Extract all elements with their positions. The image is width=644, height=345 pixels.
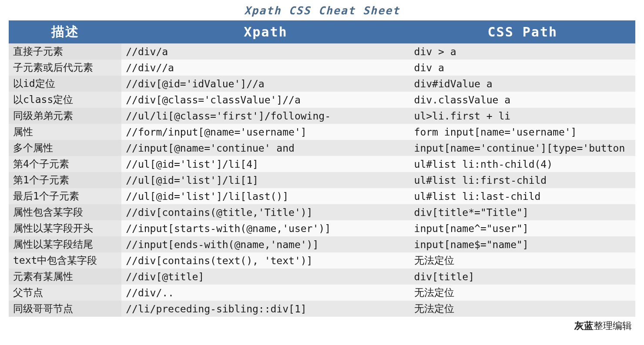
page-title: Xpath CSS Cheat Sheet bbox=[9, 4, 635, 17]
cell-xpath: //input[starts-with(@name,'user')] bbox=[121, 220, 409, 236]
cell-xpath: //div[@title] bbox=[121, 269, 409, 285]
cell-css: ul#list li:nth-child(4) bbox=[410, 156, 635, 172]
cell-xpath: //div[contains(@title,'Title')] bbox=[121, 204, 409, 220]
cell-desc: 以class定位 bbox=[9, 92, 121, 108]
cell-css: div#idValue a bbox=[410, 76, 635, 92]
table-row: 属性//form/input[@name='username']form inp… bbox=[9, 124, 635, 140]
cell-desc: 直接子元素 bbox=[9, 43, 121, 60]
cell-css: input[name^="user"] bbox=[410, 220, 635, 236]
cell-css: div a bbox=[410, 60, 635, 76]
cell-css: div[title*="Title"] bbox=[410, 204, 635, 220]
cell-desc: 以id定位 bbox=[9, 76, 121, 92]
cell-desc: 属性 bbox=[9, 124, 121, 140]
cell-desc: 属性以某字段结尾 bbox=[9, 236, 121, 252]
cell-desc: 第1个子元素 bbox=[9, 172, 121, 188]
cell-css: form input[name='username'] bbox=[410, 124, 635, 140]
cell-css: div.classValue a bbox=[410, 92, 635, 108]
cell-desc: 属性以某字段开头 bbox=[9, 220, 121, 236]
table-row: 最后1个子元素//ul[@id='list']/li[last()]ul#lis… bbox=[9, 188, 635, 204]
cell-css: 无法定位 bbox=[410, 301, 635, 317]
cell-xpath: //input[ends-with(@name,'name')] bbox=[121, 236, 409, 252]
header-xpath: Xpath bbox=[121, 20, 409, 43]
cell-desc: 多个属性 bbox=[9, 140, 121, 156]
cell-desc: 子元素或后代元素 bbox=[9, 60, 121, 76]
cheat-sheet-table: 描述 Xpath CSS Path 直接子元素//div/adiv > a子元素… bbox=[9, 20, 635, 317]
credit-line: 灰蓝整理编辑 bbox=[9, 319, 635, 332]
table-row: 第1个子元素//ul[@id='list']/li[1]ul#list li:f… bbox=[9, 172, 635, 188]
cell-desc: 元素有某属性 bbox=[9, 269, 121, 285]
cell-css: div[title] bbox=[410, 269, 635, 285]
header-css: CSS Path bbox=[410, 20, 635, 43]
cell-desc: 父节点 bbox=[9, 285, 121, 301]
header-row: 描述 Xpath CSS Path bbox=[9, 20, 635, 43]
cell-css: div > a bbox=[410, 43, 635, 60]
cell-xpath: //ul[@id='list']/li[last()] bbox=[121, 188, 409, 204]
cell-desc: 同级弟弟元素 bbox=[9, 108, 121, 124]
cell-css: 无法定位 bbox=[410, 252, 635, 269]
table-row: 属性以某字段结尾//input[ends-with(@name,'name')]… bbox=[9, 236, 635, 252]
table-row: 多个属性//input[@name='continue' andinput[na… bbox=[9, 140, 635, 156]
cell-xpath: //form/input[@name='username'] bbox=[121, 124, 409, 140]
cell-xpath: //div[@class='classValue']//a bbox=[121, 92, 409, 108]
cell-xpath: //ul[@id='list']/li[4] bbox=[121, 156, 409, 172]
cell-xpath: //div[contains(text(), 'text')] bbox=[121, 252, 409, 269]
cell-desc: 第4个子元素 bbox=[9, 156, 121, 172]
cell-xpath: //div[@id='idValue']//a bbox=[121, 76, 409, 92]
credit-rest: 整理编辑 bbox=[594, 320, 632, 331]
table-row: 父节点//div/..无法定位 bbox=[9, 285, 635, 301]
table-row: 属性以某字段开头//input[starts-with(@name,'user'… bbox=[9, 220, 635, 236]
cell-css: ul>li.first + li bbox=[410, 108, 635, 124]
cell-css: input[name$="name"] bbox=[410, 236, 635, 252]
header-description: 描述 bbox=[9, 20, 121, 43]
cell-xpath: //div/.. bbox=[121, 285, 409, 301]
table-row: text中包含某字段//div[contains(text(), 'text')… bbox=[9, 252, 635, 269]
table-row: 元素有某属性//div[@title]div[title] bbox=[9, 269, 635, 285]
credit-author: 灰蓝 bbox=[574, 320, 594, 331]
table-row: 第4个子元素//ul[@id='list']/li[4]ul#list li:n… bbox=[9, 156, 635, 172]
cell-xpath: //div/a bbox=[121, 43, 409, 60]
table-row: 以class定位//div[@class='classValue']//adiv… bbox=[9, 92, 635, 108]
table-row: 同级弟弟元素//ul/li[@class='first']/following-… bbox=[9, 108, 635, 124]
cell-xpath: //div//a bbox=[121, 60, 409, 76]
table-row: 以id定位//div[@id='idValue']//adiv#idValue … bbox=[9, 76, 635, 92]
cell-xpath: //ul/li[@class='first']/following- bbox=[121, 108, 409, 124]
cell-xpath: //input[@name='continue' and bbox=[121, 140, 409, 156]
cell-desc: text中包含某字段 bbox=[9, 252, 121, 269]
cell-css: 无法定位 bbox=[410, 285, 635, 301]
cell-css: input[name='continue'][type='button bbox=[410, 140, 635, 156]
cell-desc: 最后1个子元素 bbox=[9, 188, 121, 204]
table-row: 子元素或后代元素//div//adiv a bbox=[9, 60, 635, 76]
cell-desc: 同级哥哥节点 bbox=[9, 301, 121, 317]
cell-xpath: //ul[@id='list']/li[1] bbox=[121, 172, 409, 188]
table-row: 属性包含某字段//div[contains(@title,'Title')]di… bbox=[9, 204, 635, 220]
cell-css: ul#list li:last-child bbox=[410, 188, 635, 204]
cell-css: ul#list li:first-child bbox=[410, 172, 635, 188]
table-row: 直接子元素//div/adiv > a bbox=[9, 43, 635, 60]
table-row: 同级哥哥节点//li/preceding-sibling::div[1]无法定位 bbox=[9, 301, 635, 317]
cell-desc: 属性包含某字段 bbox=[9, 204, 121, 220]
cell-xpath: //li/preceding-sibling::div[1] bbox=[121, 301, 409, 317]
